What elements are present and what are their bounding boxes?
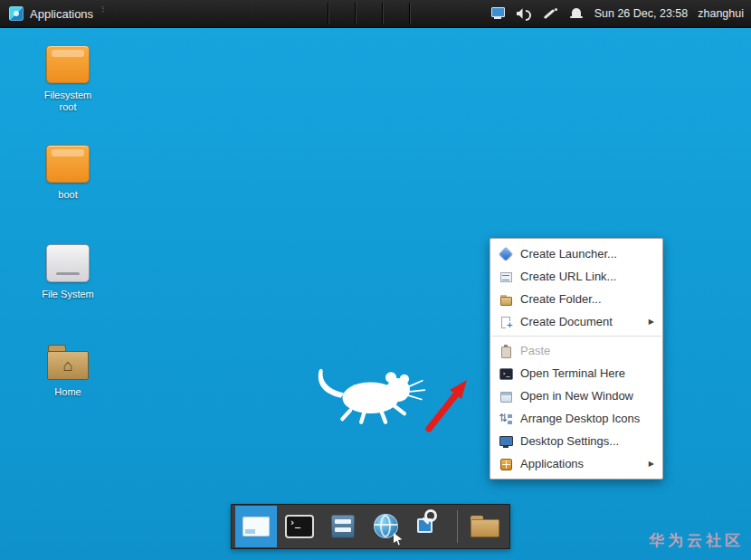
top-panel: Applications ⁝ Sun 26 Dec, 23:58 zhanghu… xyxy=(0,0,751,28)
desktop-icon-home[interactable]: Home xyxy=(26,344,109,443)
dock-separator xyxy=(457,510,458,543)
desktop-icon-label: Home xyxy=(54,386,81,398)
menu-item-label: Desktop Settings... xyxy=(520,434,654,448)
xfce-mouse-logo xyxy=(309,360,427,427)
panel-separator xyxy=(409,3,410,24)
desktop-icon-filesystem-root[interactable]: Filesystem root xyxy=(26,45,109,145)
menu-item-label: Paste xyxy=(520,344,654,357)
menu-item-arrange-desktop-icons[interactable]: Arrange Desktop Icons xyxy=(490,407,662,430)
drive-light-icon xyxy=(46,244,90,282)
desktop-icon-label: Filesystem root xyxy=(34,90,101,113)
open-window-icon xyxy=(499,389,513,403)
desktop-icon-boot[interactable]: boot xyxy=(26,145,109,244)
menu-item-label: Open in New Window xyxy=(520,389,654,403)
menu-item-label: Create Launcher... xyxy=(520,247,654,261)
panel-separator xyxy=(328,3,328,24)
panel-separator xyxy=(382,3,383,24)
arrange-icons-icon xyxy=(499,412,513,426)
desktop-icon-label: File System xyxy=(42,289,93,300)
create-folder-icon xyxy=(499,292,513,307)
desktop[interactable]: Applications ⁝ Sun 26 Dec, 23:58 zhanghu… xyxy=(0,0,751,560)
menu-item-label: Open Terminal Here xyxy=(520,366,654,380)
dock-item-app-finder[interactable] xyxy=(409,506,451,547)
applications-icon xyxy=(499,457,513,471)
menu-item-applications[interactable]: Applications xyxy=(490,452,662,475)
red-arrow-annotation xyxy=(420,373,474,434)
dock-item-web-browser[interactable] xyxy=(366,506,407,547)
drive-orange-icon xyxy=(46,145,90,183)
create-launcher-icon xyxy=(499,247,513,261)
dock-item-terminal[interactable] xyxy=(279,506,320,547)
terminal-icon xyxy=(499,366,513,381)
menu-item-label: Create Folder... xyxy=(520,292,654,306)
applications-menu-button[interactable]: Applications xyxy=(0,0,102,27)
context-menu: Create Launcher...Create URL Link...Crea… xyxy=(490,238,663,479)
menu-item-label: Create Document xyxy=(520,315,643,328)
username[interactable]: zhanghui xyxy=(698,7,744,20)
drive-orange-icon xyxy=(46,45,90,83)
desktop-settings-icon xyxy=(499,434,513,449)
desktop-icon-list: Filesystem rootbootFile SystemHome xyxy=(26,45,109,443)
menu-item-create-folder[interactable]: Create Folder... xyxy=(490,288,662,310)
create-url-link-icon xyxy=(499,270,513,284)
mouse-pointer-icon xyxy=(394,533,404,546)
file-manager-icon xyxy=(331,515,355,538)
create-document-icon xyxy=(499,315,513,329)
desktop-window-icon xyxy=(242,517,270,536)
menu-item-create-launcher[interactable]: Create Launcher... xyxy=(490,242,662,265)
panel-separator xyxy=(355,3,356,24)
magnifier-icon xyxy=(424,509,437,522)
display-icon[interactable] xyxy=(490,6,506,21)
distro-logo-icon xyxy=(9,6,24,21)
clock[interactable]: Sun 26 Dec, 23:58 xyxy=(594,7,689,20)
paste-icon xyxy=(499,344,513,358)
menu-item-create-url-link[interactable]: Create URL Link... xyxy=(490,265,662,288)
menu-item-create-document[interactable]: Create Document xyxy=(490,310,662,333)
desktop-icon-file-system[interactable]: File System xyxy=(26,244,109,344)
dock-item-file-manager[interactable] xyxy=(322,506,364,547)
notifications-bell-icon[interactable] xyxy=(568,6,585,21)
panel-tray-area: Sun 26 Dec, 23:58 zhanghui xyxy=(490,0,751,27)
menu-separator xyxy=(491,336,661,337)
pen-icon[interactable] xyxy=(542,6,558,21)
menu-item-label: Create URL Link... xyxy=(520,270,654,283)
menu-item-paste: Paste xyxy=(490,339,662,362)
menu-item-desktop-settings[interactable]: Desktop Settings... xyxy=(490,430,662,452)
menu-item-open-in-new-window[interactable]: Open in New Window xyxy=(490,384,662,407)
panel-handle: ⁝ xyxy=(101,5,105,14)
desktop-icon-label: boot xyxy=(58,189,77,201)
volume-icon[interactable] xyxy=(516,6,532,21)
watermark: 华为云社区 xyxy=(649,530,744,551)
dock-item-folder[interactable] xyxy=(464,506,506,547)
menu-item-label: Applications xyxy=(520,457,643,470)
folder-icon xyxy=(471,516,499,537)
menu-item-label: Arrange Desktop Icons xyxy=(520,412,654,425)
dock-item-desktop-switcher[interactable] xyxy=(235,506,277,547)
applications-menu-label: Applications xyxy=(30,7,93,21)
folder-home-icon xyxy=(47,344,89,380)
terminal-icon xyxy=(285,515,314,538)
menu-item-open-terminal-here[interactable]: Open Terminal Here xyxy=(490,362,662,384)
dock xyxy=(231,504,510,549)
